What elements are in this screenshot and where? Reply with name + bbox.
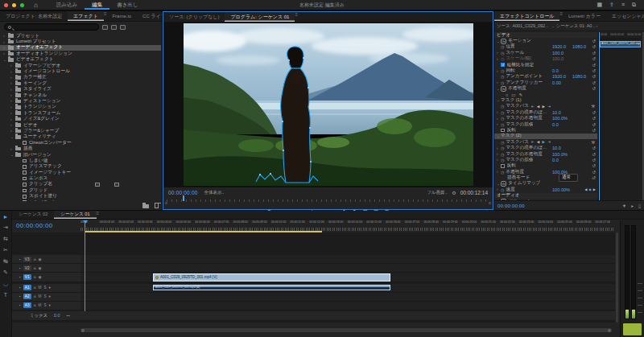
voiceover-record-icon[interactable]: ♦ [48, 286, 50, 290]
param-value[interactable]: 1080.0 [572, 44, 586, 49]
solo-track-icon[interactable]: S [43, 286, 46, 290]
scroll-handle-left[interactable] [165, 202, 167, 204]
accelerated-effects-badge[interactable] [102, 25, 108, 30]
effects-tree-item[interactable]: クリップ名 [0, 182, 161, 187]
effect-controls-active[interactable]: エフェクトコントロール [494, 11, 559, 21]
monitor-settings-icon[interactable]: ⚙ [452, 190, 456, 195]
param-value[interactable]: 1920.0 [552, 44, 566, 49]
param-value[interactable]: 100.0 [552, 56, 564, 61]
toggle-track-output-icon[interactable]: ◉ [39, 275, 42, 279]
stopwatch-icon[interactable]: ◷ [501, 158, 504, 162]
track-mask-button[interactable]: ▶ [542, 140, 545, 144]
delete-effect-icon[interactable]: ▯ [638, 203, 641, 208]
lock-icon[interactable]: ▪ [19, 294, 21, 298]
hand-tool[interactable]: ◡ [3, 281, 8, 287]
stopwatch-icon[interactable]: ◷ [501, 122, 504, 127]
reset-param-icon[interactable]: ↺ [592, 68, 596, 73]
reset-param-icon[interactable]: ↺ [592, 80, 596, 85]
next-keyframe-icon[interactable]: ▶ [593, 187, 596, 191]
track-target-A1[interactable]: A1 [23, 285, 31, 290]
filter-params-icon[interactable]: ▼ [622, 203, 626, 208]
reset-param-icon[interactable]: ↺ [592, 74, 596, 79]
sync-lock-icon[interactable]: ⧈ [34, 257, 36, 261]
stopwatch-icon[interactable]: ◷ [501, 140, 504, 145]
razor-tool[interactable]: ✂ [3, 247, 8, 253]
close-window-button[interactable] [4, 3, 8, 7]
effects-panel-tab[interactable]: CC ライブラリ [137, 11, 162, 21]
ripple-edit-tool[interactable]: ⇆ [3, 236, 8, 242]
lock-icon[interactable]: ▪ [19, 266, 21, 270]
panel-menu-icon[interactable]: ≡ [97, 211, 100, 219]
stopwatch-icon[interactable]: ◷ [501, 104, 504, 109]
reset-param-icon[interactable]: ↺ [592, 110, 596, 115]
lock-icon[interactable]: ▪ [19, 257, 21, 261]
32bpc-badge[interactable] [111, 25, 117, 30]
reset-param-icon[interactable]: ↺ [592, 51, 596, 55]
ellipse-mask-icon[interactable]: ○ [506, 92, 508, 97]
effects-panel-active[interactable]: エフェクト [68, 11, 104, 21]
toggle-track-output-icon[interactable]: ◉ [39, 266, 42, 270]
param-value[interactable]: 10.0 [552, 146, 561, 150]
workspaces-menu-icon[interactable]: ≡ [621, 2, 625, 8]
new-custom-bin-icon[interactable] [142, 204, 149, 208]
scroll-handle-right[interactable] [489, 202, 491, 204]
ec-playhead[interactable] [599, 32, 600, 200]
reset-param-icon[interactable]: ↺ [592, 175, 596, 180]
param-value[interactable]: 100.00% [552, 187, 570, 192]
solo-track-icon[interactable]: S [43, 303, 46, 307]
audio-clip[interactable]: A001_C029_0925TD_001.mp4 [A] [153, 285, 390, 290]
solo-track-icon[interactable]: S [43, 294, 46, 298]
add-keyframe-icon[interactable]: ◆ [589, 187, 592, 191]
timeline-timecode[interactable]: 00:00:00:00 [16, 222, 53, 229]
nav-tab-編集[interactable]: 編集 [85, 0, 109, 10]
reset-param-icon[interactable]: ↺ [592, 56, 596, 61]
stopwatch-icon[interactable]: ◷ [501, 146, 504, 150]
slip-tool[interactable]: ↹ [3, 258, 8, 265]
sync-lock-icon[interactable]: ⧈ [34, 286, 36, 290]
fx-badge-icon[interactable]: fx [501, 86, 506, 92]
lock-icon[interactable]: ▪ [19, 286, 21, 290]
effects-tree-item[interactable]: セルパターン [0, 199, 161, 201]
reset-param-icon[interactable]: ↺ [592, 86, 596, 91]
tracking-method-icon[interactable]: ⚒ [592, 140, 595, 145]
monitor-scrubber[interactable] [167, 197, 489, 202]
effects-tree-item[interactable]: しきい値 [0, 158, 161, 163]
chevron-down-icon[interactable]: ⌄ [551, 24, 555, 28]
param-value[interactable]: 0.0 [552, 68, 559, 73]
reset-param-icon[interactable]: ↺ [592, 170, 596, 175]
track-target-V1[interactable]: V1 [23, 274, 31, 280]
track-target-V3[interactable]: V3 [23, 257, 31, 262]
param-value[interactable]: 100.0% [552, 116, 568, 121]
pen-mask-icon[interactable]: ✎ [519, 92, 523, 97]
param-value[interactable]: 10.0 [552, 110, 561, 115]
video-clip[interactable]: A001_C029_0925TD_001.mp4 [V] [153, 273, 390, 282]
track-mask-button[interactable]: ⇤ [531, 105, 535, 109]
effects-panel-tab[interactable]: Frame.io [106, 11, 137, 21]
effect-controls-tab[interactable]: エッセンシャルグラフィックス [606, 11, 644, 21]
toggle-track-output-icon[interactable]: ◉ [39, 257, 42, 261]
effects-tree-item[interactable]: アリスマチック [0, 164, 161, 170]
effects-tree-item[interactable]: ⌄ユーティリティ [0, 134, 161, 140]
reset-param-icon[interactable]: ↺ [592, 44, 596, 49]
ec-mini-timeline[interactable]: 00:0000:00:05:0000:00:10:00 A001_C029_09… [598, 32, 642, 200]
timeline-hscrollbar[interactable] [80, 328, 612, 332]
stopwatch-icon[interactable]: ◷ [501, 56, 504, 61]
mute-track-icon[interactable]: M [39, 294, 42, 298]
track-target-A2[interactable]: A2 [23, 294, 31, 299]
zoom-level-dropdown[interactable]: 全体表示 [204, 190, 222, 195]
track-select-forward-tool[interactable]: ⇥ [3, 224, 8, 231]
stopwatch-icon[interactable]: ◷ [501, 44, 504, 49]
tracking-method-icon[interactable]: ⚒ [592, 104, 595, 109]
timeline-ruler[interactable]: 00:0000:00:01:0000:00:02:0000:00:03:0000… [80, 220, 615, 231]
track-target-A3[interactable]: A3 [23, 302, 31, 308]
nav-tab-書き出し[interactable]: 書き出し [109, 0, 145, 10]
checkbox[interactable] [501, 63, 505, 67]
track-mask-button[interactable]: ⇥ [547, 140, 551, 144]
track-mask-button[interactable]: ⇤ [531, 140, 535, 144]
param-value[interactable]: 0.0 [552, 158, 559, 162]
reset-param-icon[interactable]: ↺ [592, 163, 596, 168]
sync-lock-icon[interactable]: ⧈ [34, 303, 36, 307]
quick-export-icon[interactable]: ⇧ [609, 2, 614, 8]
reset-param-icon[interactable]: ↺ [592, 158, 596, 162]
stopwatch-icon[interactable]: ◷ [501, 74, 504, 79]
